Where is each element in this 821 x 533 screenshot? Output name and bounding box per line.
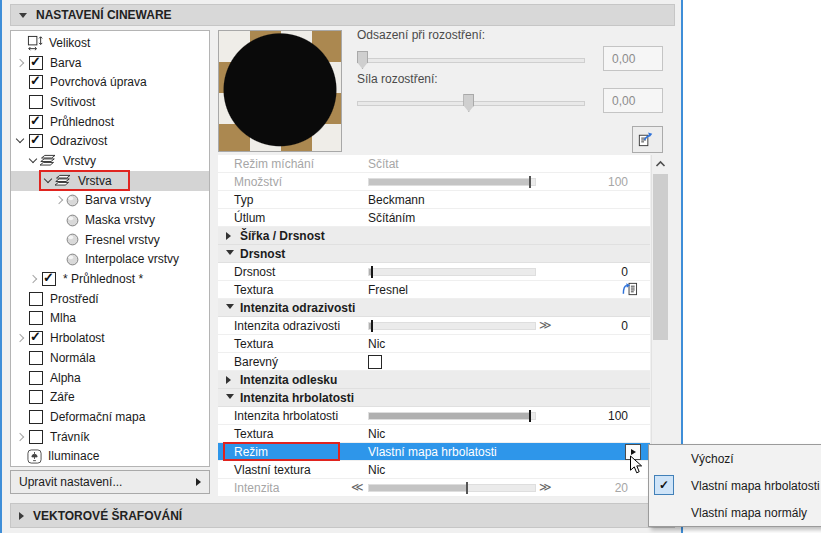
property-row-vlastn-textura[interactable]: Vlastní texturaNic <box>218 461 650 479</box>
property-value[interactable]: Vlastní mapa hrbolatosti <box>368 445 497 459</box>
section-header-cineware[interactable]: NASTAVENÍ CINEWARE <box>10 4 675 26</box>
group-header-row-drsnost[interactable]: Drsnost <box>218 245 650 263</box>
visibility-checkbox[interactable] <box>29 56 43 70</box>
visibility-checkbox[interactable] <box>29 95 43 109</box>
property-number-field[interactable]: 0 <box>621 319 628 333</box>
property-slider[interactable] <box>368 412 536 420</box>
expand-chevron-icon[interactable] <box>43 175 55 187</box>
visibility-checkbox[interactable] <box>29 371 43 385</box>
property-row-tlum[interactable]: ÚtlumSčítáním <box>218 209 650 227</box>
menu-item-v-choz[interactable]: Výchozí <box>649 445 821 472</box>
property-slider[interactable] <box>368 484 536 492</box>
tree-item-povrchov-prava[interactable]: Povrchová úprava <box>11 72 209 92</box>
group-triangle-icon[interactable] <box>226 250 234 255</box>
expand-chevron-icon[interactable] <box>15 431 27 443</box>
tree-item-sv-tivost[interactable]: Svítivost <box>11 92 209 112</box>
group-header-row-intenzita-hrbolatosti[interactable]: Intenzita hrbolatosti <box>218 389 650 407</box>
property-row-mno-stv[interactable]: Množství100 <box>218 173 650 191</box>
visibility-checkbox[interactable] <box>29 311 43 325</box>
blur-offset-slider[interactable] <box>357 50 585 70</box>
group-triangle-icon[interactable] <box>226 232 231 240</box>
property-row-intenzita[interactable]: Intenzita≪≫20 <box>218 479 650 497</box>
visibility-checkbox[interactable] <box>42 272 56 286</box>
tree-item-norm-la[interactable]: Normála <box>11 348 209 368</box>
property-slider[interactable] <box>368 178 536 186</box>
property-row-textura[interactable]: TexturaNic <box>218 335 650 353</box>
property-number-field[interactable]: 0 <box>621 265 628 279</box>
property-value[interactable]: Nic <box>368 427 385 441</box>
property-checkbox[interactable] <box>368 355 382 369</box>
tree-item-mlha[interactable]: Mlha <box>11 309 209 329</box>
group-triangle-icon[interactable] <box>226 304 234 309</box>
visibility-checkbox[interactable] <box>29 410 43 424</box>
edit-settings-button[interactable]: Upravit nastavení... <box>10 470 210 494</box>
tree-item-iluminace[interactable]: Iluminace <box>11 446 209 466</box>
visibility-checkbox[interactable] <box>29 115 43 129</box>
expand-chevron-icon[interactable] <box>28 155 40 167</box>
group-header-row-intenzita-odrazivosti[interactable]: Intenzita odrazivosti <box>218 299 650 317</box>
property-row-intenzita-hrbolatosti[interactable]: Intenzita hrbolatosti100 <box>218 407 650 425</box>
menu-item-vlastn-mapa-norm-ly[interactable]: Vlastní mapa normály <box>649 499 821 526</box>
property-value[interactable]: Sčítáním <box>368 211 415 225</box>
tree-item-z-e[interactable]: Záře <box>11 387 209 407</box>
property-row-intenzita-odrazivosti[interactable]: Intenzita odrazivosti≫0 <box>218 317 650 335</box>
tree-item-maska-vrstvy[interactable]: Maska vrstvy <box>11 210 209 230</box>
scrollbar-thumb[interactable] <box>653 174 668 340</box>
tree-item-vrstva[interactable]: Vrstva <box>11 171 209 191</box>
section-header-vector-hatching[interactable]: VEKTOROVÉ ŠRAFOVÁNÍ <box>10 503 675 528</box>
visibility-checkbox[interactable] <box>29 390 43 404</box>
blur-offset-value-field[interactable]: 0,00 <box>603 46 663 71</box>
tree-item-alpha[interactable]: Alpha <box>11 368 209 388</box>
visibility-checkbox[interactable] <box>29 292 43 306</box>
property-number-field[interactable]: 100 <box>608 175 628 189</box>
tree-item-deforma-n-mapa[interactable]: Deformační mapa <box>11 407 209 427</box>
property-number-field[interactable]: 100 <box>608 409 628 423</box>
expand-chevron-icon[interactable] <box>15 332 27 344</box>
tree-item-vrstvy[interactable]: Vrstvy <box>11 151 209 171</box>
menu-item-vlastn-mapa-hrbolatosti[interactable]: ✓Vlastní mapa hrbolatosti <box>649 472 821 499</box>
expand-chevron-icon[interactable] <box>15 57 27 69</box>
property-slider[interactable] <box>368 322 536 330</box>
tree-item-barva-vrstvy[interactable]: Barva vrstvy <box>11 191 209 211</box>
property-number-field[interactable]: 20 <box>615 481 628 495</box>
group-header-row-ka-drsnost[interactable]: Šířka / Drsnost <box>218 227 650 245</box>
slider-thumb-tick[interactable] <box>371 320 373 332</box>
tree-item-velikost[interactable]: Velikost <box>11 33 209 53</box>
blur-strength-value-field[interactable]: 0,00 <box>603 88 663 113</box>
slider-thumb[interactable] <box>357 51 368 69</box>
slider-thumb-tick[interactable] <box>529 176 531 188</box>
visibility-checkbox[interactable] <box>29 430 43 444</box>
expand-chevron-icon[interactable] <box>15 135 27 147</box>
tree-item-fresnel-vrstvy[interactable]: Fresnel vrstvy <box>11 230 209 250</box>
property-value[interactable]: Nic <box>368 463 385 477</box>
property-row-textura[interactable]: TexturaFresnel <box>218 281 650 299</box>
property-row-re-im[interactable]: RežimVlastní mapa hrbolatosti <box>218 443 650 461</box>
slider-thumb[interactable] <box>463 94 474 112</box>
property-value[interactable]: Fresnel <box>368 283 408 297</box>
visibility-checkbox[interactable] <box>29 331 43 345</box>
texture-action[interactable] <box>621 281 643 300</box>
blur-strength-slider[interactable] <box>357 93 585 113</box>
tree-item-interpolace-vrstvy[interactable]: Interpolace vrstvy <box>11 250 209 270</box>
expand-chevron-icon[interactable] <box>28 273 40 285</box>
group-header-row-intenzita-odlesku[interactable]: Intenzita odlesku <box>218 371 650 389</box>
expand-chevron-icon[interactable] <box>54 194 66 206</box>
property-row-re-im-m-ch-n[interactable]: Režim mícháníSčítat <box>218 155 650 173</box>
tree-item-prost-ed[interactable]: Prostředí <box>11 289 209 309</box>
group-triangle-icon[interactable] <box>226 394 234 399</box>
property-row-barevn[interactable]: Barevný <box>218 353 650 371</box>
property-value[interactable]: Sčítat <box>368 157 399 171</box>
tree-item-pr-hlednost[interactable]: Průhlednost <box>11 112 209 132</box>
scrollbar-up-button[interactable] <box>652 155 668 172</box>
visibility-checkbox[interactable] <box>29 351 43 365</box>
tree-item-odrazivost[interactable]: Odrazivost <box>11 131 209 151</box>
group-triangle-icon[interactable] <box>226 376 231 384</box>
property-row-textura[interactable]: TexturaNic <box>218 425 650 443</box>
tree-item-tr-vn-k[interactable]: Trávník <box>11 427 209 447</box>
tree-item-barva[interactable]: Barva <box>11 53 209 73</box>
visibility-checkbox[interactable] <box>29 75 43 89</box>
material-preview[interactable] <box>218 30 342 152</box>
property-value[interactable]: Beckmann <box>368 193 425 207</box>
tree-item-pr-hlednost[interactable]: * Průhlednost * <box>11 269 209 289</box>
property-slider[interactable] <box>368 268 536 276</box>
